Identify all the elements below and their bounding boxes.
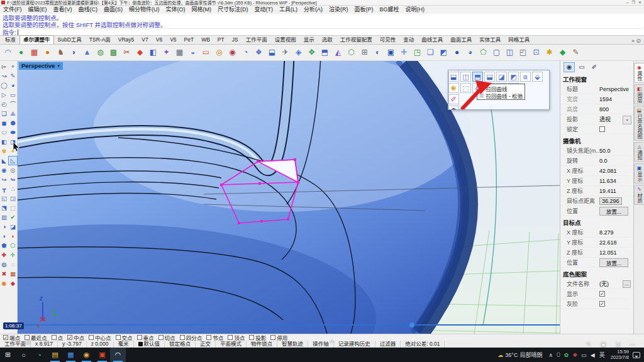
annotate-more-icon[interactable]: ⋯ [630,341,635,348]
tool-icon[interactable]: ◉ [0,166,8,174]
status-toggle[interactable]: 记录建构历史 [334,341,375,348]
toolbar-icon[interactable]: ▩ [108,47,119,58]
tool-icon[interactable]: ↝ [0,72,8,80]
tool-icon[interactable]: ◼ [0,119,8,127]
tool-icon[interactable]: ✚ [0,251,8,259]
toolbar-icon[interactable]: ❖ [253,47,264,58]
property-row[interactable]: 锁定 [560,124,633,134]
flyout-strip-icon[interactable]: ⬢ [448,106,459,110]
toolbar-icon[interactable]: ◉ [227,47,238,58]
toolbar-icon[interactable]: ▦ [174,47,185,58]
explorer-icon[interactable]: ▤ [47,348,63,362]
toolbar-tab[interactable]: 曲线工具 [418,35,447,44]
toolbar-icon[interactable]: ◆ [557,47,568,58]
toolbar-icon[interactable]: ◐ [372,47,383,58]
toolbar-tab[interactable]: PeT [180,35,198,44]
tool-icon[interactable]: ↪ [0,175,8,184]
tool-icon[interactable]: ⬭ [0,128,8,136]
property-row[interactable]: X 座标42.081 [560,166,633,176]
command-area[interactable]: 选取要调整的控制点。 选取要调整的控制点，按住 SHIFT 并选取控制点做对称调… [0,14,644,36]
checkbox[interactable]: ✓ [3,335,8,340]
menu-item[interactable]: 曲线(C) [75,6,101,14]
tray-app-icon[interactable]: ❖ [572,352,577,358]
tray-expand-icon[interactable]: ∧ [548,352,553,358]
green-app-tray-icon[interactable]: ✿ [564,352,569,358]
panel-tab[interactable]: ⬓已命名视图 [634,106,644,141]
property-row[interactable]: 目标点距离36.296 [560,196,633,206]
toolbar-tab[interactable]: 工作视窗配置 [336,35,376,44]
toolbar-tab[interactable]: 选取 [318,35,336,44]
menu-item[interactable]: 实体(O) [163,6,189,14]
browse-button[interactable]: ... [623,280,631,288]
toolbar-icon[interactable]: ✎ [570,47,581,58]
tool-icon[interactable]: ◖ [0,232,8,240]
toolbar-icon[interactable]: ⊡ [531,47,541,58]
mic-icon[interactable]: ⬯ [557,351,560,358]
toolbar-icon[interactable]: ◗ [69,47,79,58]
status-toggle[interactable]: 物件锁点 [247,341,277,348]
checkbox[interactable] [52,335,57,340]
tool-icon[interactable]: ✔ [9,213,17,221]
toolbar-icon[interactable]: ◭ [333,47,343,58]
flyout-icon[interactable]: ◩ [508,72,519,82]
tool-icon[interactable]: ❏ [0,109,8,118]
toolbar-tab[interactable]: SubD工具 [54,35,86,44]
menu-item[interactable]: 网格(M) [189,6,215,14]
menu-item[interactable]: 变动(T) [252,6,277,14]
property-row[interactable]: Z 座标19.411 [560,186,633,196]
toolbar-icon[interactable]: ◧ [148,47,158,58]
property-row[interactable]: 旋转0.0 [560,156,633,166]
notification-bubble-icon[interactable] [633,352,640,358]
tool-icon[interactable]: ⌖ [9,62,17,70]
toolbar-tab[interactable]: 实体工具 [475,35,504,44]
toolbar-icon[interactable]: ▲ [82,47,92,58]
checkbox[interactable] [89,335,94,340]
tool-icon[interactable]: ✛ [9,251,17,259]
annotate-pencil-icon[interactable]: ✎ [586,341,591,348]
toolbar-icon[interactable]: ⬓ [267,47,277,58]
toolbar-icon[interactable]: ◕ [465,47,475,58]
input-language-indicator[interactable]: 英 [597,351,607,359]
toolbar-icon[interactable]: ✂ [121,47,132,58]
flyout-icon[interactable]: ⧈ [520,72,531,82]
tool-icon[interactable]: ◯ [0,81,8,89]
toolbar-icon[interactable]: ◳ [412,47,423,58]
tool-icon[interactable]: ⬚ [9,204,17,212]
annotate-screenshot-icon[interactable]: ▣ [601,341,606,348]
tool-icon[interactable]: ◱ [0,194,8,202]
menu-item[interactable]: 查看(V) [50,6,75,14]
toolbar-tab[interactable]: WB [197,35,214,44]
close-button[interactable]: ✕ [638,0,641,6]
tool-icon[interactable]: ↬ [9,175,17,184]
panel-tab[interactable]: ✎材质 [634,185,644,205]
tool-icon[interactable]: ✾ [0,147,8,155]
tool-icon[interactable]: ◆ [9,279,17,287]
wallpaper-icon[interactable]: ▭ [577,63,587,72]
start-button[interactable]: ⊞ [0,348,16,362]
tool-icon[interactable]: ▥ [0,213,8,221]
checkbox[interactable] [180,335,185,340]
toolbar-tab[interactable]: V7 [138,35,152,44]
tool-icon[interactable]: ▷ [0,90,8,99]
checkbox[interactable] [116,335,121,340]
toolbar-tab[interactable]: 标准 [1,35,19,44]
checkbox[interactable] [270,335,275,340]
status-toggle[interactable]: 过滤器 [375,341,401,348]
tool-icon[interactable]: ✎ [9,72,17,80]
red-app-icon[interactable]: ▣ [94,348,110,362]
menu-item[interactable]: 细分物件(U) [126,6,163,14]
checkbox[interactable]: ✓ [67,335,72,340]
chrome-icon[interactable]: ◉ [79,348,94,362]
toolbar-icon[interactable]: ⊞ [359,47,370,58]
property-row[interactable]: 位置放置... [560,206,633,216]
viewport-title-dropdown[interactable]: Perspective ▼ [19,62,63,70]
layer-indicator[interactable]: 默认值 [134,341,165,348]
property-row[interactable]: 标题Perspective [560,84,633,94]
menu-item[interactable]: 面板(P) [352,6,377,14]
checkbox[interactable] [206,335,211,340]
flyout-strip-icon[interactable]: ⬓ [448,72,459,82]
tool-icon[interactable]: ◧ [0,138,8,146]
property-row[interactable]: Y 座标11.634 [560,176,633,186]
toolbar-icon[interactable]: ✈ [280,47,291,58]
property-row[interactable]: X 座标8.279 [560,228,633,238]
